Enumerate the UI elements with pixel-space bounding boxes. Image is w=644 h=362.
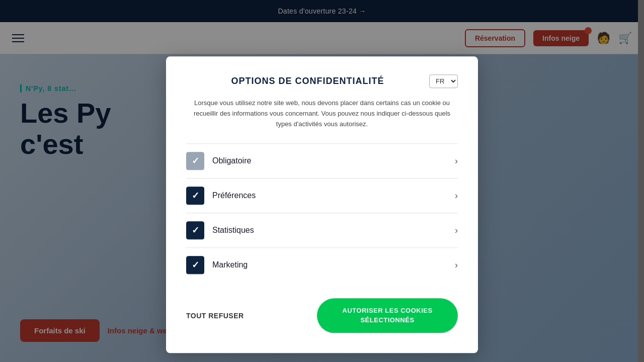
checkbox-obligatoire[interactable]: ✓: [186, 152, 204, 170]
checkmark-preferences: ✓: [192, 192, 199, 201]
cookie-label-obligatoire: Obligatoire: [212, 157, 455, 166]
cookie-label-marketing: Marketing: [212, 261, 455, 270]
cookie-item-statistiques[interactable]: ✓ Statistiques ›: [186, 213, 458, 248]
cookie-item-obligatoire[interactable]: ✓ Obligatoire ›: [186, 144, 458, 178]
modal-header: OPTIONS DE CONFIDENTIALITÉ FR EN: [186, 74, 458, 88]
language-select[interactable]: FR EN: [429, 74, 458, 88]
checkmark-statistiques: ✓: [192, 226, 199, 235]
cookie-item-marketing[interactable]: ✓ Marketing ›: [186, 248, 458, 283]
cookie-label-preferences: Préférences: [212, 192, 455, 201]
chevron-marketing-icon: ›: [455, 260, 458, 270]
checkbox-preferences[interactable]: ✓: [186, 187, 204, 205]
chevron-preferences-icon: ›: [455, 191, 458, 201]
checkmark-marketing: ✓: [192, 261, 199, 270]
chevron-obligatoire-icon: ›: [455, 156, 458, 166]
accept-selected-button[interactable]: AUTORISER LES COOKIES SÉLECTIONNÉS: [317, 299, 458, 333]
privacy-options-modal: OPTIONS DE CONFIDENTIALITÉ FR EN Lorsque…: [166, 56, 478, 353]
modal-footer: TOUT REFUSER AUTORISER LES COOKIES SÉLEC…: [186, 299, 458, 333]
reject-all-button[interactable]: TOUT REFUSER: [186, 312, 244, 320]
modal-title: OPTIONS DE CONFIDENTIALITÉ: [186, 76, 429, 86]
cookie-label-statistiques: Statistiques: [212, 226, 455, 235]
checkmark-obligatoire: ✓: [192, 157, 199, 166]
chevron-statistiques-icon: ›: [455, 225, 458, 236]
checkbox-marketing[interactable]: ✓: [186, 256, 204, 275]
modal-description: Lorsque vous utilisez notre site web, no…: [186, 98, 458, 129]
cookie-item-preferences[interactable]: ✓ Préférences ›: [186, 178, 458, 213]
checkbox-statistiques[interactable]: ✓: [186, 222, 204, 240]
scrollbar[interactable]: [638, 0, 644, 362]
